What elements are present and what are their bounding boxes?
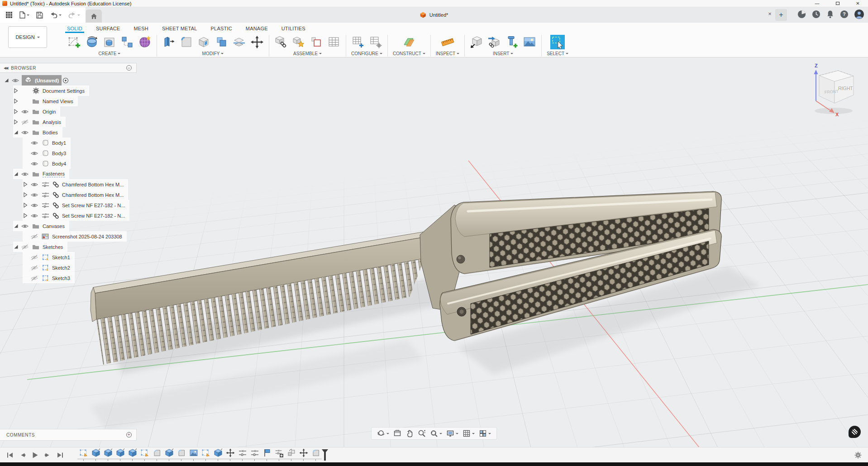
add-comment-icon[interactable]: + (126, 432, 132, 437)
app-launcher-icon[interactable] (5, 11, 13, 19)
shell-icon[interactable] (197, 35, 211, 49)
visibility-eye-icon[interactable] (11, 78, 19, 83)
group-label-modify[interactable]: MODIFY (202, 51, 220, 56)
configuration-table-icon[interactable] (351, 35, 365, 49)
fillet-icon[interactable] (180, 35, 193, 49)
browser-item-sketches[interactable]: Sketches (13, 242, 67, 252)
collapse-panel-icon[interactable]: ◀◀ (4, 66, 7, 70)
browser-item-sketch2[interactable]: Sketch2 (23, 262, 75, 273)
group-label-inspect[interactable]: INSPECT (436, 51, 455, 56)
visibility-eye-icon[interactable] (30, 161, 38, 166)
file-menu-icon[interactable] (19, 11, 29, 19)
visibility-eye-icon[interactable] (21, 223, 29, 229)
browser-item-chamfered-bottom-hex-m[interactable]: Chamfered Bottom Hex M... (23, 179, 128, 190)
insert-fastener-icon[interactable] (505, 35, 519, 49)
visibility-eye-icon[interactable] (30, 151, 38, 156)
job-status-icon[interactable] (811, 10, 821, 21)
configure-features-icon[interactable] (369, 35, 382, 49)
tab-solid[interactable]: SOLID (67, 26, 82, 33)
derive-icon[interactable] (470, 35, 483, 49)
collapse-icon[interactable] (13, 130, 19, 135)
press-pull-icon[interactable] (162, 35, 176, 49)
browser-item-body4[interactable]: Body4 (23, 158, 71, 169)
minimize-panel-icon[interactable]: – (126, 65, 132, 71)
save-icon[interactable] (36, 12, 43, 19)
step-back-button[interactable] (19, 452, 26, 458)
revolve-icon[interactable] (85, 35, 99, 49)
expand-icon[interactable] (13, 88, 19, 94)
browser-item-named-views[interactable]: Named Views (13, 96, 78, 106)
expand-icon[interactable] (13, 98, 19, 104)
tab-sheet-metal[interactable]: SHEET METAL (162, 26, 197, 33)
collapse-icon[interactable] (13, 244, 19, 249)
display-settings-tool-icon[interactable] (446, 429, 458, 437)
comments-panel[interactable]: COMMENTS + (0, 429, 137, 441)
collapse-icon[interactable] (13, 223, 19, 228)
view-cube[interactable]: FRONT RIGHT Z X (802, 61, 863, 119)
timeline-playhead[interactable] (324, 450, 326, 461)
visibility-eye-icon[interactable] (30, 140, 38, 146)
create-sketch-icon[interactable] (67, 35, 81, 49)
expand-icon[interactable] (23, 192, 28, 198)
group-label-assemble[interactable]: ASSEMBLE (293, 51, 318, 56)
viewport-canvas[interactable]: ◀◀ BROWSER – (Unsaved)Document SettingsN… (0, 57, 868, 447)
browser-item-sketch1[interactable]: Sketch1 (23, 252, 75, 262)
new-tab-button[interactable]: + (775, 9, 787, 21)
activate-component-radio[interactable] (62, 77, 70, 84)
visibility-eye-off-icon[interactable] (30, 234, 38, 239)
notifications-icon[interactable] (826, 10, 835, 21)
tab-utilities[interactable]: UTILITIES (281, 26, 305, 33)
expand-icon[interactable] (23, 202, 28, 208)
tab-surface[interactable]: SURFACE (96, 26, 120, 33)
insert-derive-icon[interactable] (487, 35, 501, 49)
look-at-tool-icon[interactable] (393, 429, 401, 437)
grid-snap-tool-icon[interactable] (463, 429, 475, 437)
document-tab[interactable]: Untitled* (420, 7, 448, 23)
rectangular-pattern-icon[interactable] (120, 35, 134, 49)
home-tab[interactable] (86, 10, 102, 23)
expand-icon[interactable] (13, 109, 19, 114)
undo-icon[interactable] (50, 12, 62, 18)
group-label-construct[interactable]: CONSTRUCT (393, 51, 421, 56)
group-label-configure[interactable]: CONFIGURE (351, 51, 378, 56)
visibility-eye-icon[interactable] (30, 213, 38, 219)
visibility-eye-off-icon[interactable] (30, 265, 38, 271)
browser-item-screenshot-2025-08-24-203308[interactable]: Screenshot 2025-08-24 203308 (23, 231, 127, 242)
measure-icon[interactable] (441, 35, 454, 49)
group-label-create[interactable]: CREATE (99, 51, 117, 56)
hole-icon[interactable] (103, 35, 116, 49)
browser-item-chamfered-bottom-hex-m[interactable]: Chamfered Bottom Hex M... (23, 190, 128, 200)
browser-item-set-screw-nf-e27-182-n[interactable]: Set Screw NF E27-182 - N... (23, 210, 129, 221)
tab-close-icon[interactable]: × (766, 10, 774, 17)
visibility-eye-icon[interactable] (21, 171, 29, 177)
select-icon[interactable] (550, 34, 565, 50)
visibility-eye-icon[interactable] (21, 130, 29, 135)
browser-item-body3[interactable]: Body3 (23, 148, 71, 158)
offset-plane-icon[interactable] (402, 35, 416, 49)
visibility-eye-icon[interactable] (21, 109, 29, 114)
expand-icon[interactable] (13, 119, 19, 125)
expand-icon[interactable] (23, 213, 28, 219)
workspace-switcher[interactable]: DESIGN (8, 26, 47, 48)
browser-item-sketch3[interactable]: Sketch3 (23, 273, 75, 283)
move-copy-icon[interactable] (250, 35, 264, 49)
browser-item-set-screw-nf-e27-182-n[interactable]: Set Screw NF E27-182 - N... (23, 200, 129, 210)
visibility-eye-off-icon[interactable] (21, 244, 29, 250)
go-to-start-button[interactable] (6, 452, 14, 458)
insert-canvas-icon[interactable] (523, 35, 536, 49)
group-label-select[interactable]: SELECT (547, 51, 564, 56)
assistant-bubble[interactable] (849, 426, 861, 438)
visibility-eye-icon[interactable] (30, 203, 38, 208)
browser-item-fasteners[interactable]: Fasteners (13, 169, 69, 179)
viewports-tool-icon[interactable] (479, 429, 491, 437)
browser-header[interactable]: ◀◀ BROWSER – (0, 63, 137, 73)
browser-item-origin[interactable]: Origin (13, 106, 60, 117)
visibility-eye-off-icon[interactable] (21, 119, 29, 125)
browser-item-canvases[interactable]: Canvases (13, 221, 69, 231)
tab-mesh[interactable]: MESH (134, 26, 148, 33)
combine-icon[interactable] (215, 35, 229, 49)
collapse-icon[interactable] (4, 78, 9, 83)
fit-tool-icon[interactable] (430, 429, 442, 437)
visibility-eye-off-icon[interactable] (30, 276, 38, 281)
browser-item-document-settings[interactable]: Document Settings (13, 86, 89, 96)
